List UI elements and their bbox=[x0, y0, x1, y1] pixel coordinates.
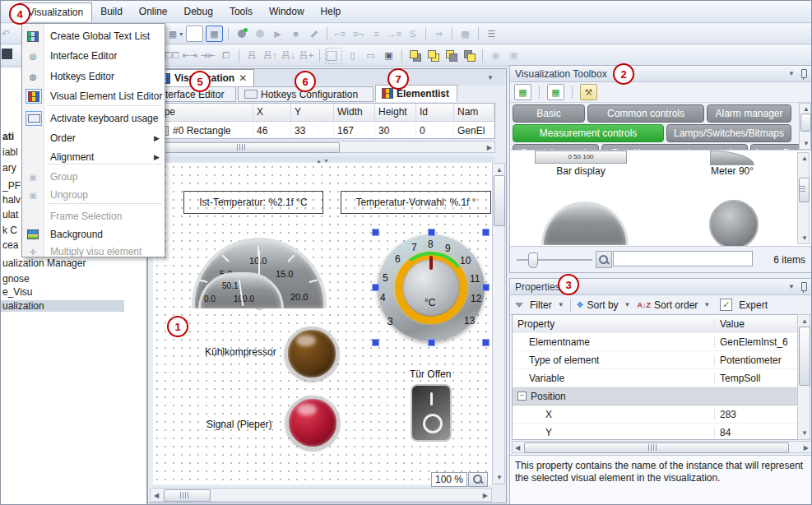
tree-item-fragment[interactable]: iabl bbox=[2, 146, 18, 158]
property-value[interactable]: 283 bbox=[714, 409, 798, 420]
property-row-elementname[interactable]: Elementname GenElemInst_6 bbox=[513, 333, 798, 351]
category-common-controls[interactable]: Common controls bbox=[587, 104, 704, 123]
selection-handle[interactable] bbox=[428, 229, 435, 236]
menu-item-visual-element-list-editor[interactable]: Visual Element List Editor bbox=[22, 87, 165, 105]
send-backward-icon[interactable] bbox=[443, 49, 459, 63]
col-property[interactable]: Property bbox=[513, 318, 714, 330]
property-row-type[interactable]: Type of element Potentiometer bbox=[513, 351, 798, 369]
tree-item-fragment[interactable]: k C bbox=[2, 225, 17, 236]
scroll-right-icon[interactable]: ▶ bbox=[487, 144, 492, 151]
power-switch-tuer-offen[interactable] bbox=[411, 384, 452, 442]
menu-item-order[interactable]: Order▶ bbox=[22, 129, 165, 147]
properties-hscrollbar[interactable]: ◀ ▶ bbox=[512, 441, 812, 453]
category-measurement-controls[interactable]: Measurement controls bbox=[513, 124, 664, 142]
selection-handle[interactable] bbox=[372, 229, 379, 236]
center-canvas-icon[interactable]: ▣ bbox=[381, 49, 397, 63]
toolbox-title-bar[interactable]: Visualization Toolbox ▼ bbox=[510, 66, 812, 82]
potentiometer-element[interactable]: °C 3 4 5 6 7 8 9 10 11 12 13 bbox=[375, 231, 487, 345]
collapse-icon[interactable]: − bbox=[517, 391, 527, 401]
col-value[interactable]: Value bbox=[714, 318, 798, 330]
properties-title-bar[interactable]: Properties ▼ bbox=[510, 279, 812, 295]
zoom-tool-button[interactable] bbox=[468, 472, 488, 487]
menu-build[interactable]: Build bbox=[92, 2, 131, 21]
search-button[interactable] bbox=[596, 251, 612, 268]
tree-item-fragment[interactable]: ati bbox=[2, 131, 14, 142]
selection-handle[interactable] bbox=[482, 339, 490, 346]
scroll-right-icon[interactable]: ▶ bbox=[483, 492, 488, 499]
selection-handle[interactable] bbox=[372, 284, 379, 291]
col-name[interactable]: Nam bbox=[454, 104, 494, 121]
col-type[interactable]: Type bbox=[151, 104, 253, 121]
col-y[interactable]: Y bbox=[291, 104, 334, 121]
scroll-up-icon[interactable]: ▲ bbox=[496, 166, 503, 174]
menu-item-hotkeys-editor[interactable]: ◍Hotkeys Editor bbox=[22, 67, 165, 86]
tree-item-fragment[interactable]: _PF bbox=[2, 180, 21, 192]
col-height[interactable]: Height bbox=[375, 104, 416, 121]
splitter-handle[interactable]: ▲ ▼ bbox=[150, 156, 495, 162]
textlist-icon[interactable]: ▦ bbox=[206, 25, 223, 42]
scroll-down-icon[interactable]: ▼ bbox=[496, 474, 503, 481]
size-slider-thumb[interactable] bbox=[528, 252, 538, 268]
panel-menu-icon[interactable]: ▼ bbox=[788, 70, 795, 77]
grid-settings-icon[interactable]: ▦▾ bbox=[168, 26, 183, 41]
category-lamps-switches-bitmaps[interactable]: Lamps/Switches/Bitmaps bbox=[666, 124, 791, 142]
lamp-kuehlkompressor[interactable] bbox=[285, 327, 339, 381]
property-row-variable[interactable]: Variable TempSoll bbox=[513, 369, 798, 387]
canvas-vscrollbar[interactable]: ▲ ▼ bbox=[492, 163, 505, 484]
new-visualization-icon[interactable] bbox=[186, 25, 203, 42]
category-datetime-controls[interactable]: Date/time managing controls bbox=[601, 144, 748, 150]
menu-item-create-global-text-list[interactable]: Create Global Text List bbox=[22, 27, 165, 45]
tab-elementlist[interactable]: Elementlist bbox=[375, 85, 457, 102]
bring-forward-icon[interactable] bbox=[425, 49, 441, 63]
meter-360-icon[interactable] bbox=[709, 200, 759, 247]
item-bar-display[interactable]: Bar display bbox=[533, 165, 629, 177]
property-value[interactable]: Potentiometer bbox=[714, 354, 798, 366]
login-icon[interactable] bbox=[234, 26, 249, 41]
property-row-y[interactable]: Y 84 bbox=[513, 424, 798, 440]
customize-toolbox-icon[interactable]: ⚒ bbox=[580, 84, 597, 100]
tab-list-dropdown-icon[interactable]: ▼ bbox=[487, 74, 494, 81]
menu-item-interface-editor[interactable]: ◎Interface Editor bbox=[22, 47, 165, 65]
property-value[interactable]: GenElemInst_6 bbox=[714, 336, 798, 348]
col-x[interactable]: X bbox=[253, 104, 291, 121]
categories-scrollbar[interactable]: ▲ ▼ bbox=[799, 103, 811, 150]
pin-icon[interactable] bbox=[801, 282, 807, 291]
menu-item-activate-keyboard-usage[interactable]: Activate keyboard usage bbox=[22, 109, 165, 127]
tree-item-visu[interactable]: e_Visu bbox=[1, 286, 32, 298]
pin-icon[interactable] bbox=[801, 69, 807, 78]
flow-control-icon[interactable]: ☰ bbox=[484, 26, 499, 41]
canvas-hscrollbar[interactable]: ◀ ▶ bbox=[150, 488, 492, 502]
bring-to-front-icon[interactable] bbox=[407, 49, 423, 63]
selection-handle[interactable] bbox=[482, 284, 490, 291]
col-id[interactable]: Id bbox=[416, 104, 454, 121]
canvas-zoom-value[interactable]: 100 % bbox=[431, 472, 467, 487]
menu-window[interactable]: Window bbox=[261, 2, 313, 21]
items-scrollbar[interactable]: ▲ ▼ bbox=[797, 152, 810, 244]
bar-display-icon[interactable]: 0 50 100 bbox=[535, 151, 627, 164]
category-alarm-manager[interactable]: Alarm manager bbox=[707, 104, 791, 123]
elementlist-view-icon[interactable]: ▦ bbox=[514, 84, 531, 100]
expert-checkbox[interactable]: ✓ bbox=[720, 299, 732, 311]
close-tab-icon[interactable]: ✕ bbox=[239, 72, 247, 84]
sort-by-button[interactable]: Sort by bbox=[587, 299, 619, 311]
filter-button[interactable]: Filter bbox=[530, 299, 552, 311]
menu-item-background[interactable]: Background bbox=[22, 225, 165, 243]
tree-item-fragment[interactable]: ulat bbox=[2, 209, 18, 220]
send-to-back-icon[interactable] bbox=[462, 49, 477, 63]
item-meter-90[interactable]: Meter 90° bbox=[687, 165, 777, 177]
panel-menu-icon[interactable]: ▼ bbox=[788, 283, 795, 290]
lamp-signal-pieper[interactable] bbox=[285, 396, 340, 450]
property-group-position[interactable]: − Position bbox=[513, 387, 798, 405]
menu-tools[interactable]: Tools bbox=[221, 2, 261, 21]
selection-handle[interactable] bbox=[372, 339, 379, 346]
scroll-left-icon[interactable]: ◀ bbox=[154, 492, 159, 499]
meter-180-icon[interactable] bbox=[541, 202, 629, 245]
table-row[interactable]: #0 Rectangle 46 33 167 30 0 GenEl bbox=[151, 122, 494, 139]
sort-order-button[interactable]: Sort order bbox=[654, 299, 698, 311]
property-row-x[interactable]: X 283 bbox=[513, 405, 798, 424]
tree-item-fragment[interactable]: ary bbox=[2, 162, 16, 174]
tree-item-diagnose[interactable]: gnose bbox=[1, 273, 30, 285]
toolbox-search-input[interactable] bbox=[613, 251, 753, 266]
property-value[interactable]: TempSoll bbox=[714, 373, 798, 384]
tree-item-fragment[interactable]: cea bbox=[2, 239, 18, 251]
